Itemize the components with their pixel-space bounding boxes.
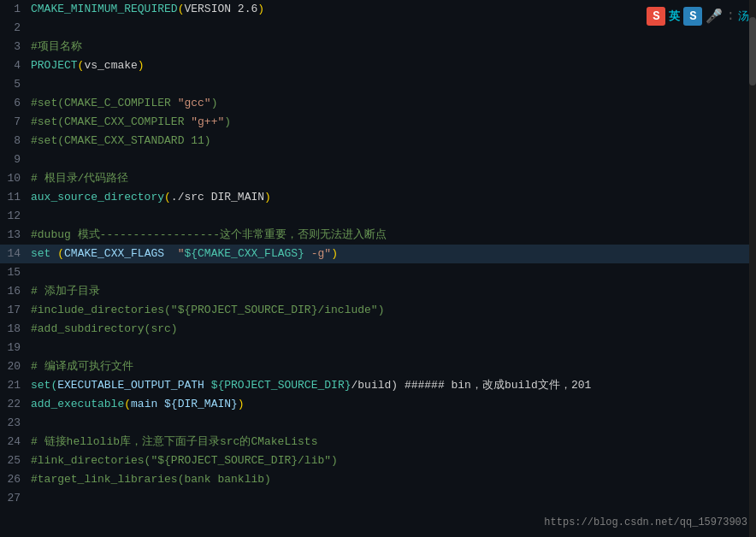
line-number: 11 [0, 188, 31, 207]
line-number: 19 [0, 339, 31, 357]
code-line-3[interactable]: 3#项目名称 [0, 38, 756, 56]
scrollbar[interactable] [749, 0, 756, 537]
code-line-9[interactable]: 9 [0, 150, 756, 169]
line-content [31, 489, 756, 508]
line-number: 27 [0, 489, 31, 508]
line-number: 26 [0, 470, 31, 489]
code-line-21[interactable]: 21set(EXECUTABLE_OUTPUT_PATH ${PROJECT_S… [0, 376, 756, 395]
line-number: 14 [0, 245, 31, 263]
line-content [31, 263, 756, 282]
divider: : [726, 9, 735, 24]
code-line-6[interactable]: 6#set(CMAKE_C_COMPILER "gcc") [0, 94, 756, 113]
line-number: 7 [0, 113, 31, 132]
line-content: #add_subdirectory(src) [31, 320, 756, 339]
code-editor: S 英 S 🎤 : 汤 1CMAKE_MINIMUM_REQUIRED(VERS… [0, 0, 756, 537]
mic-icon[interactable]: 🎤 [706, 8, 723, 25]
code-line-17[interactable]: 17#include_directories("${PROJECT_SOURCE… [0, 301, 756, 320]
line-number: 18 [0, 320, 31, 339]
badge-s-red[interactable]: S [647, 7, 665, 26]
toolbar-badges: S 英 S 🎤 : 汤 [647, 7, 749, 26]
line-number: 25 [0, 451, 31, 470]
line-number: 6 [0, 94, 31, 113]
line-number: 13 [0, 226, 31, 245]
line-content: add_executable(main ${DIR_MAIN}) [31, 395, 756, 414]
line-content: #set(CMAKE_CXX_STANDARD 11) [31, 132, 756, 150]
line-content: #target_link_libraries(bank banklib) [31, 470, 756, 489]
line-number: 5 [0, 75, 31, 94]
line-number: 12 [0, 207, 31, 226]
line-content [31, 207, 756, 226]
badge-soup[interactable]: 汤 [738, 9, 749, 24]
code-line-5[interactable]: 5 [0, 75, 756, 94]
line-content: # 编译成可执行文件 [31, 357, 756, 376]
line-content: PROJECT(vs_cmake) [31, 56, 756, 75]
code-line-13[interactable]: 13#dubug 模式------------------这个非常重要，否则无法… [0, 226, 756, 245]
code-line-8[interactable]: 8#set(CMAKE_CXX_STANDARD 11) [0, 132, 756, 150]
line-content: #set(CMAKE_C_COMPILER "gcc") [31, 94, 756, 113]
code-line-14[interactable]: 14set (CMAKE_CXX_FLAGS "${CMAKE_CXX_FLAG… [0, 245, 756, 263]
line-number: 3 [0, 38, 31, 56]
code-line-20[interactable]: 20# 编译成可执行文件 [0, 357, 756, 376]
line-content: #link_directories("${PROJECT_SOURCE_DIR}… [31, 451, 756, 470]
line-content: # 添加子目录 [31, 282, 756, 301]
scrollbar-thumb[interactable] [749, 17, 756, 86]
badge-english[interactable]: 英 [669, 9, 680, 24]
code-line-18[interactable]: 18#add_subdirectory(src) [0, 320, 756, 339]
line-number: 9 [0, 150, 31, 169]
line-content [31, 339, 756, 357]
line-content: set(EXECUTABLE_OUTPUT_PATH ${PROJECT_SOU… [31, 376, 756, 395]
code-line-11[interactable]: 11aux_source_directory(./src DIR_MAIN) [0, 188, 756, 207]
code-line-24[interactable]: 24# 链接hellolib库，注意下面子目录src的CMakeLists [0, 433, 756, 451]
code-line-1[interactable]: 1CMAKE_MINIMUM_REQUIRED(VERSION 2.6) [0, 0, 756, 19]
line-content: #项目名称 [31, 38, 756, 56]
code-line-16[interactable]: 16# 添加子目录 [0, 282, 756, 301]
code-line-10[interactable]: 10# 根目录/代码路径 [0, 169, 756, 188]
line-number: 21 [0, 376, 31, 395]
code-line-12[interactable]: 12 [0, 207, 756, 226]
line-content: set (CMAKE_CXX_FLAGS "${CMAKE_CXX_FLAGS}… [31, 245, 756, 263]
code-line-22[interactable]: 22add_executable(main ${DIR_MAIN}) [0, 395, 756, 414]
line-content: #include_directories("${PROJECT_SOURCE_D… [31, 301, 756, 320]
line-number: 20 [0, 357, 31, 376]
code-line-27[interactable]: 27 [0, 489, 756, 508]
code-line-23[interactable]: 23 [0, 414, 756, 433]
line-number: 2 [0, 19, 31, 38]
line-number: 8 [0, 132, 31, 150]
line-number: 15 [0, 263, 31, 282]
blog-url: https://blog.csdn.net/qq_15973903 [544, 516, 747, 528]
line-number: 24 [0, 433, 31, 451]
line-content: # 链接hellolib库，注意下面子目录src的CMakeLists [31, 433, 756, 451]
line-content [31, 75, 756, 94]
code-line-19[interactable]: 19 [0, 339, 756, 357]
line-content [31, 150, 756, 169]
line-content: aux_source_directory(./src DIR_MAIN) [31, 188, 756, 207]
line-content: #set(CMAKE_CXX_COMPILER "g++") [31, 113, 756, 132]
line-number: 17 [0, 301, 31, 320]
line-content: # 根目录/代码路径 [31, 169, 756, 188]
line-number: 23 [0, 414, 31, 433]
code-line-15[interactable]: 15 [0, 263, 756, 282]
badge-s-blue[interactable]: S [683, 7, 702, 26]
code-line-4[interactable]: 4PROJECT(vs_cmake) [0, 56, 756, 75]
line-number: 16 [0, 282, 31, 301]
line-number: 22 [0, 395, 31, 414]
line-number: 10 [0, 169, 31, 188]
line-content [31, 414, 756, 433]
code-line-25[interactable]: 25#link_directories("${PROJECT_SOURCE_DI… [0, 451, 756, 470]
code-line-7[interactable]: 7#set(CMAKE_CXX_COMPILER "g++") [0, 113, 756, 132]
code-line-26[interactable]: 26#target_link_libraries(bank banklib) [0, 470, 756, 489]
line-content: #dubug 模式------------------这个非常重要，否则无法进入… [31, 226, 756, 245]
code-area: 1CMAKE_MINIMUM_REQUIRED(VERSION 2.6)2 3#… [0, 0, 756, 508]
code-line-2[interactable]: 2 [0, 19, 756, 38]
line-number: 1 [0, 0, 31, 19]
line-number: 4 [0, 56, 31, 75]
